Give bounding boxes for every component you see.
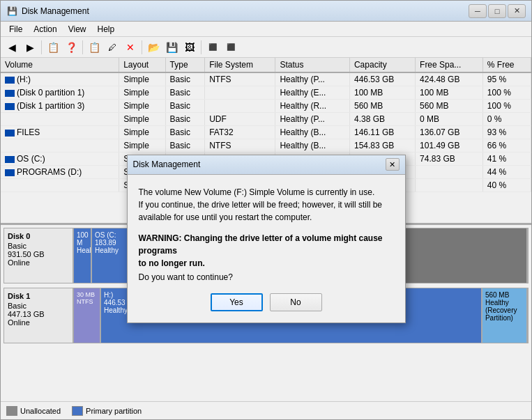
dialog-message: The volume New Volume (F:) Simple Volume…: [139, 186, 394, 224]
window-title: Disk Management: [22, 6, 469, 16]
dialog-warn2: to no longer run.: [139, 258, 205, 268]
toolbar-sep-1: [41, 40, 42, 54]
dialog-question: Do you want to continue?: [139, 272, 394, 282]
image-button[interactable]: 🖼: [181, 39, 198, 56]
menu-action[interactable]: Action: [28, 23, 62, 36]
dialog-warning: WARNING: Changing the drive letter of a …: [139, 232, 394, 270]
dialog-overlay: Disk Management ✕ The volume New Volume …: [1, 58, 531, 419]
menu-file[interactable]: File: [3, 23, 28, 36]
toolbar-sep-4: [201, 40, 202, 54]
extra-btn2[interactable]: ⬛: [222, 39, 239, 56]
dialog-title: Disk Management: [133, 160, 386, 169]
list-button[interactable]: 📋: [45, 39, 61, 56]
window-controls: ─ □ ✕: [469, 4, 526, 18]
menu-bar: File Action View Help: [1, 22, 531, 37]
dialog-msg1: The volume New Volume (F:) Simple Volume…: [139, 187, 375, 197]
close-button[interactable]: ✕: [508, 4, 526, 18]
dialog-body: The volume New Volume (F:) Simple Volume…: [128, 175, 405, 322]
edit-button[interactable]: 🖊: [104, 39, 121, 56]
main-window: 💾 Disk Management ─ □ ✕ File Action View…: [0, 0, 532, 420]
dialog-warn1: WARNING: Changing the drive letter of a …: [139, 233, 383, 256]
help-button[interactable]: ❓: [63, 39, 79, 56]
toolbar-sep-2: [82, 40, 83, 54]
menu-help[interactable]: Help: [92, 23, 121, 36]
dialog-no-button[interactable]: No: [270, 293, 322, 311]
toolbar-sep-3: [142, 40, 142, 54]
minimize-button[interactable]: ─: [469, 4, 487, 18]
delete-button[interactable]: ✕: [122, 39, 139, 56]
dialog-close-button[interactable]: ✕: [386, 158, 400, 171]
dialog-box: Disk Management ✕ The volume New Volume …: [127, 155, 406, 323]
copy-button[interactable]: 📋: [86, 39, 102, 56]
forward-button[interactable]: ▶: [22, 39, 38, 56]
toolbar: ◀ ▶ 📋 ❓ 📋 🖊 ✕ 📂 💾 🖼 ⬛ ⬛: [1, 37, 531, 58]
dialog-msg2: If you continue, the drive letter will b…: [139, 200, 383, 210]
dialog-title-bar: Disk Management ✕: [128, 155, 405, 175]
window-icon: 💾: [6, 6, 17, 17]
extra-btn1[interactable]: ⬛: [204, 39, 221, 56]
main-content: Volume Layout Type File System Status Ca…: [1, 58, 531, 419]
menu-view[interactable]: View: [63, 23, 92, 36]
dialog-msg3: available for use until you restart the …: [139, 212, 312, 222]
dialog-buttons: Yes No: [139, 293, 394, 311]
save-button[interactable]: 💾: [163, 39, 180, 56]
maximize-button[interactable]: □: [488, 4, 506, 18]
title-bar: 💾 Disk Management ─ □ ✕: [1, 1, 531, 22]
dialog-yes-button[interactable]: Yes: [211, 293, 263, 311]
folder-button[interactable]: 📂: [145, 39, 162, 56]
back-button[interactable]: ◀: [3, 39, 20, 56]
